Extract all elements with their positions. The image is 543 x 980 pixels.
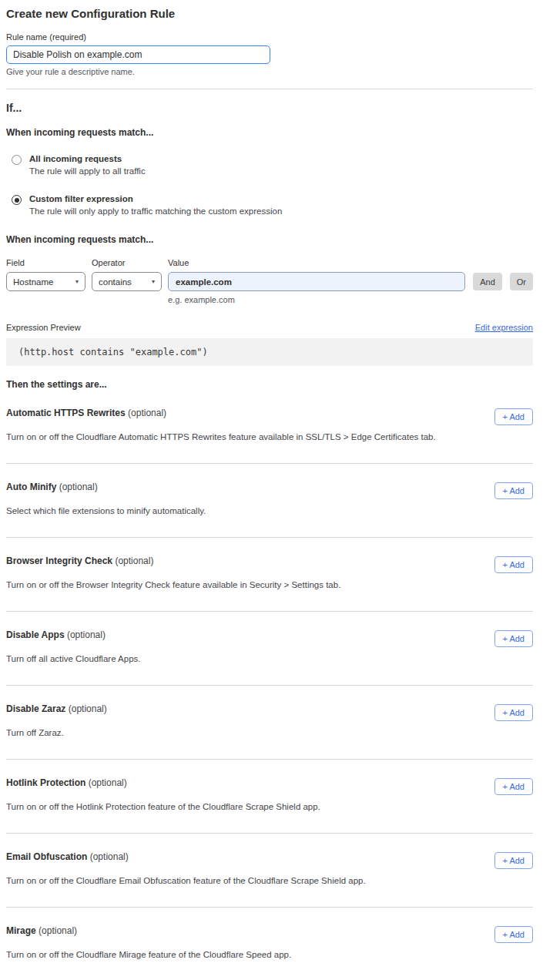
setting-description: Turn off Zaraz. bbox=[6, 728, 437, 737]
setting-section: Disable Zaraz (optional) + Add Turn off … bbox=[6, 686, 533, 760]
radio-unselected-icon[interactable] bbox=[12, 155, 22, 165]
settings-list: Automatic HTTPS Rewrites (optional) + Ad… bbox=[6, 390, 533, 980]
operator-select-value: contains bbox=[99, 277, 132, 287]
field-select[interactable]: Hostname ▾ bbox=[6, 272, 85, 291]
setting-optional-tag: (optional) bbox=[89, 777, 127, 788]
setting-optional-tag: (optional) bbox=[59, 482, 98, 492]
add-button[interactable]: + Add bbox=[494, 778, 533, 795]
radio-description: The rule will only apply to traffic matc… bbox=[29, 206, 282, 216]
setting-title: Auto Minify bbox=[6, 482, 56, 492]
setting-title: Hotlink Protection bbox=[6, 777, 85, 788]
and-button[interactable]: And bbox=[473, 273, 502, 290]
setting-description: Turn on or off the Cloudflare Email Obfu… bbox=[6, 876, 437, 885]
add-button[interactable]: + Add bbox=[494, 852, 533, 869]
setting-optional-tag: (optional) bbox=[128, 408, 166, 418]
value-help: e.g. example.com bbox=[168, 295, 533, 304]
radio-selected-icon[interactable] bbox=[12, 195, 22, 205]
then-settings-heading: Then the settings are... bbox=[6, 379, 533, 390]
setting-optional-tag: (optional) bbox=[90, 851, 129, 862]
setting-section: Email Obfuscation (optional) + Add Turn … bbox=[6, 834, 533, 908]
builder-column-labels: Field Operator Value bbox=[6, 258, 533, 267]
value-input[interactable] bbox=[168, 272, 465, 291]
chevron-down-icon: ▾ bbox=[152, 278, 155, 285]
builder-match-label: When incoming requests match... bbox=[6, 234, 533, 245]
setting-title: Disable Zaraz bbox=[6, 703, 65, 714]
radio-label: All incoming requests bbox=[29, 154, 146, 163]
setting-description: Turn on or off the Browser Integrity Che… bbox=[6, 580, 437, 589]
setting-optional-tag: (optional) bbox=[69, 703, 107, 714]
setting-description: Turn off all active Cloudflare Apps. bbox=[6, 654, 437, 663]
expression-builder-row: Hostname ▾ contains ▾ And Or bbox=[6, 272, 533, 291]
rule-name-group: Rule name (required) Give your rule a de… bbox=[6, 32, 533, 76]
add-button[interactable]: + Add bbox=[494, 630, 533, 647]
rule-name-help: Give your rule a descriptive name. bbox=[6, 67, 533, 76]
setting-title: Disable Apps bbox=[6, 629, 65, 640]
edit-expression-link[interactable]: Edit expression bbox=[475, 323, 533, 332]
divider bbox=[6, 89, 533, 89]
expression-preview-label: Expression Preview bbox=[6, 323, 81, 332]
page-title: Create new Configuration Rule bbox=[6, 7, 533, 20]
radio-label: Custom filter expression bbox=[29, 194, 282, 203]
setting-description: Turn on or off the Cloudflare Automatic … bbox=[6, 432, 437, 441]
setting-description: Turn on or off the Hotlink Protection fe… bbox=[6, 802, 437, 811]
expression-preview-header: Expression Preview Edit expression bbox=[6, 323, 533, 332]
setting-title: Mirage bbox=[6, 925, 36, 936]
radio-all-incoming-requests[interactable]: All incoming requests The rule will appl… bbox=[6, 154, 533, 176]
rule-name-input[interactable] bbox=[6, 45, 270, 64]
incoming-match-label: When incoming requests match... bbox=[6, 127, 533, 138]
field-label: Field bbox=[6, 258, 92, 267]
setting-section: Browser Integrity Check (optional) + Add… bbox=[6, 538, 533, 612]
add-button[interactable]: + Add bbox=[494, 482, 533, 499]
radio-custom-filter-expression[interactable]: Custom filter expression The rule will o… bbox=[6, 194, 533, 216]
expression-preview-code: (http.host contains "example.com") bbox=[6, 338, 533, 366]
add-button[interactable]: + Add bbox=[494, 926, 533, 943]
add-button[interactable]: + Add bbox=[494, 556, 533, 573]
operator-label: Operator bbox=[92, 258, 168, 267]
setting-title: Email Obfuscation bbox=[6, 851, 87, 862]
setting-title: Automatic HTTPS Rewrites bbox=[6, 408, 126, 418]
setting-optional-tag: (optional) bbox=[115, 555, 153, 566]
setting-optional-tag: (optional) bbox=[67, 629, 106, 640]
match-type-radio-group: All incoming requests The rule will appl… bbox=[6, 154, 533, 216]
or-button[interactable]: Or bbox=[510, 273, 533, 290]
setting-section: Mirage (optional) + Add Turn on or off t… bbox=[6, 908, 533, 980]
setting-optional-tag: (optional) bbox=[39, 925, 77, 936]
field-select-value: Hostname bbox=[13, 277, 53, 287]
setting-title: Browser Integrity Check bbox=[6, 555, 112, 566]
setting-description: Select which file extensions to minify a… bbox=[6, 506, 437, 515]
setting-section: Disable Apps (optional) + Add Turn off a… bbox=[6, 612, 533, 686]
radio-description: The rule will apply to all traffic bbox=[29, 166, 146, 176]
rule-name-label: Rule name (required) bbox=[6, 32, 533, 42]
if-heading: If... bbox=[6, 102, 533, 114]
setting-section: Hotlink Protection (optional) + Add Turn… bbox=[6, 760, 533, 834]
setting-section: Auto Minify (optional) + Add Select whic… bbox=[6, 464, 533, 538]
setting-section: Automatic HTTPS Rewrites (optional) + Ad… bbox=[6, 390, 533, 464]
add-button[interactable]: + Add bbox=[494, 704, 533, 721]
value-label: Value bbox=[168, 258, 533, 267]
chevron-down-icon: ▾ bbox=[75, 278, 79, 285]
add-button[interactable]: + Add bbox=[494, 408, 533, 425]
setting-description: Turn on or off the Cloudflare Mirage fea… bbox=[6, 950, 437, 959]
operator-select[interactable]: contains ▾ bbox=[92, 272, 162, 291]
